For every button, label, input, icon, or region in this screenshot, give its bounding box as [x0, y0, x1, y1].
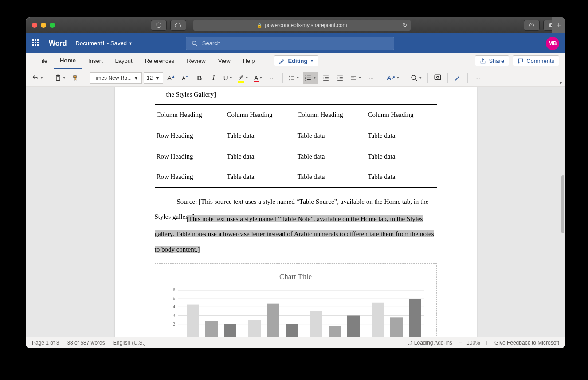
font-color-button[interactable]: A▼ — [252, 72, 265, 84]
svg-rect-10 — [291, 79, 294, 80]
share-button[interactable]: Share — [475, 55, 509, 66]
chevron-down-icon: ▼ — [310, 59, 314, 63]
svg-rect-14 — [307, 77, 311, 78]
language[interactable]: English (U.S.) — [113, 340, 146, 346]
bullets-button[interactable]: ▼ — [286, 72, 302, 84]
svg-rect-22 — [340, 77, 343, 78]
reader-button[interactable] — [524, 20, 540, 31]
search-input[interactable]: Search — [186, 37, 394, 50]
privacy-report-button[interactable] — [151, 20, 167, 31]
feedback-link[interactable]: Give Feedback to Microsoft — [494, 340, 559, 346]
new-tab-button[interactable]: + — [552, 17, 565, 33]
underline-button[interactable]: U▼ — [222, 72, 235, 84]
url-text: powerconcepts-my.sharepoint.com — [265, 22, 347, 28]
table-cell: Row Heading — [155, 146, 225, 167]
svg-rect-6 — [291, 76, 294, 76]
designer-button[interactable] — [451, 72, 464, 84]
font-family-select[interactable]: Times New Ro...▼ — [90, 72, 142, 84]
svg-point-30 — [437, 76, 439, 78]
svg-point-7 — [289, 77, 290, 78]
table-cell: Table data — [366, 125, 437, 146]
svg-rect-23 — [340, 78, 343, 79]
tab-home[interactable]: Home — [54, 53, 82, 69]
editing-mode-button[interactable]: Editing ▼ — [274, 55, 318, 66]
svg-text:2: 2 — [173, 322, 175, 326]
dictate-button[interactable] — [431, 72, 444, 84]
chevron-down-icon: ▼ — [129, 41, 133, 46]
svg-rect-49 — [347, 316, 360, 337]
scrollbar[interactable] — [561, 175, 564, 233]
svg-rect-44 — [248, 320, 261, 337]
find-button[interactable]: ▼ — [409, 72, 424, 84]
svg-rect-45 — [267, 304, 279, 337]
table-cell: Table data — [225, 125, 296, 146]
app-launcher-button[interactable] — [32, 39, 41, 48]
svg-rect-17 — [324, 75, 329, 76]
svg-text:3: 3 — [173, 313, 175, 318]
bold-button[interactable]: B — [193, 72, 206, 84]
shrink-font-button[interactable]: A▼ — [179, 72, 192, 84]
table-cell: Row Heading — [155, 167, 225, 187]
grow-font-button[interactable]: A▲ — [165, 72, 177, 84]
svg-point-5 — [289, 75, 290, 76]
document-page[interactable]: the Styles Gallery] Column HeadingColumn… — [115, 87, 477, 337]
format-painter-button[interactable] — [70, 72, 82, 84]
tab-references[interactable]: References — [139, 53, 180, 69]
zoom-control[interactable]: − 100% + — [459, 339, 488, 346]
address-bar[interactable]: 🔒 powerconcepts-my.sharepoint.com ↻ — [193, 20, 411, 31]
word-count[interactable]: 38 of 587 words — [67, 340, 105, 346]
close-window-button[interactable] — [32, 23, 37, 28]
chart-object[interactable]: Chart Title 23456 — [155, 263, 437, 337]
svg-rect-18 — [325, 77, 329, 78]
traffic-lights — [32, 23, 55, 28]
font-size-select[interactable]: 12▼ — [144, 72, 163, 84]
collapse-ribbon-button[interactable]: ▼ — [559, 81, 563, 85]
svg-point-53 — [408, 341, 412, 345]
document-title[interactable]: Document1 - Saved ▼ — [76, 40, 133, 47]
avatar[interactable]: MB — [546, 37, 559, 50]
table-cell: Table data — [225, 167, 296, 187]
zoom-in-button[interactable]: + — [485, 339, 488, 346]
align-button[interactable]: ▼ — [348, 72, 363, 84]
table-cell: Table data — [366, 146, 437, 167]
tab-help[interactable]: Help — [237, 53, 261, 69]
more-commands-button[interactable]: ··· — [471, 72, 484, 84]
tab-view[interactable]: View — [212, 53, 237, 69]
paste-button[interactable]: ▼ — [53, 72, 68, 84]
fullscreen-window-button[interactable] — [50, 23, 55, 28]
tab-insert[interactable]: Insert — [82, 53, 109, 69]
decrease-indent-button[interactable] — [320, 72, 332, 84]
cloud-tabs-button[interactable] — [170, 20, 186, 31]
comments-button[interactable]: Comments — [513, 55, 559, 66]
svg-rect-27 — [351, 79, 357, 79]
ribbon-toolbar: ▼ ▼ Times New Ro...▼ 12▼ A▲ A▼ B I U▼ ▼ … — [26, 69, 565, 87]
word-header: Word Document1 - Saved ▼ Search MB — [26, 33, 565, 53]
increase-indent-button[interactable] — [334, 72, 346, 84]
tab-file[interactable]: File — [32, 53, 54, 69]
svg-point-28 — [412, 75, 416, 79]
svg-rect-48 — [329, 326, 341, 337]
table-cell: Table data — [296, 146, 366, 167]
svg-text:6: 6 — [173, 288, 175, 292]
svg-rect-26 — [351, 77, 354, 78]
undo-button[interactable]: ▼ — [30, 72, 45, 84]
document-area[interactable]: the Styles Gallery] Column HeadingColumn… — [26, 87, 565, 337]
tab-layout[interactable]: Layout — [109, 53, 139, 69]
highlight-button[interactable]: ▼ — [236, 72, 251, 84]
table-cell: Table data — [296, 167, 366, 187]
table-header: Column Heading — [296, 104, 366, 125]
more-font-button[interactable]: ··· — [267, 72, 279, 84]
svg-rect-25 — [351, 76, 357, 76]
more-paragraph-button[interactable]: ··· — [365, 72, 377, 84]
minimize-window-button[interactable] — [41, 23, 46, 28]
italic-button[interactable]: I — [208, 72, 220, 84]
body-text: the Styles Gallery] — [155, 87, 437, 102]
reload-icon[interactable]: ↻ — [403, 22, 407, 28]
tab-review[interactable]: Review — [180, 53, 212, 69]
zoom-out-button[interactable]: − — [459, 339, 462, 346]
numbering-button[interactable]: 123▼ — [303, 72, 318, 84]
safari-titlebar: 🔒 powerconcepts-my.sharepoint.com ↻ + — [26, 17, 565, 33]
pencil-icon — [279, 58, 285, 64]
page-count[interactable]: Page 1 of 3 — [32, 340, 59, 346]
styles-button[interactable]: A▼ — [385, 72, 401, 84]
